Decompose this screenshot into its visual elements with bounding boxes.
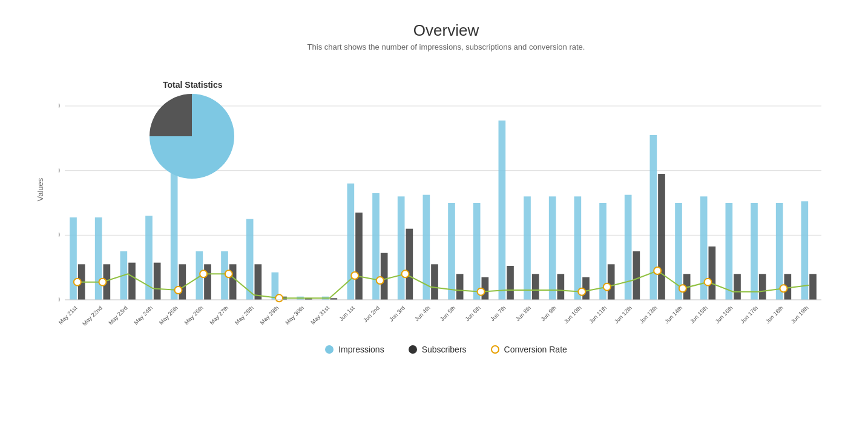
svg-point-105: [376, 277, 384, 284]
svg-point-104: [351, 272, 358, 279]
svg-point-98: [74, 279, 81, 286]
svg-text:Jun 12th: Jun 12th: [613, 305, 633, 325]
svg-rect-18: [154, 263, 161, 300]
svg-rect-87: [734, 274, 741, 300]
svg-text:Jun 1st: Jun 1st: [338, 304, 356, 322]
svg-rect-62: [524, 196, 531, 300]
chart-area: Values 0200400600May 21stMay 22ndMay 23r…: [59, 58, 833, 336]
svg-text:May 22nd: May 22nd: [81, 305, 104, 327]
svg-rect-29: [246, 219, 254, 300]
svg-point-102: [225, 270, 232, 277]
legend: Impressions Subscribers Conversion Rate: [59, 345, 833, 354]
svg-point-113: [780, 285, 787, 292]
svg-text:Jun 2nd: Jun 2nd: [362, 305, 381, 324]
svg-text:Jun 13th: Jun 13th: [638, 305, 659, 325]
svg-text:May 27th: May 27th: [208, 305, 229, 326]
svg-text:Jun 14th: Jun 14th: [663, 305, 684, 325]
svg-text:Jun 19th: Jun 19th: [789, 305, 810, 325]
svg-rect-54: [456, 274, 464, 300]
svg-rect-41: [347, 184, 355, 300]
svg-rect-30: [255, 264, 262, 300]
svg-point-109: [603, 283, 611, 291]
svg-text:Total Statistics: Total Statistics: [163, 80, 223, 90]
svg-rect-59: [499, 121, 506, 300]
svg-rect-78: [658, 174, 665, 300]
svg-text:400: 400: [59, 166, 60, 175]
svg-text:Jun 17th: Jun 17th: [739, 305, 760, 325]
svg-rect-89: [751, 203, 758, 300]
svg-point-108: [578, 288, 585, 296]
conversion-icon: [491, 345, 499, 354]
svg-text:May 29th: May 29th: [258, 305, 280, 326]
svg-rect-75: [633, 251, 640, 300]
main-chart-svg: 0200400600May 21stMay 22ndMay 23rdMay 24…: [59, 58, 833, 336]
legend-impressions: Impressions: [325, 345, 384, 354]
svg-text:Jun 10th: Jun 10th: [562, 305, 583, 325]
svg-rect-53: [448, 203, 455, 300]
svg-text:May 28th: May 28th: [234, 305, 255, 326]
svg-point-100: [175, 286, 182, 294]
svg-rect-8: [70, 217, 77, 300]
svg-rect-42: [355, 213, 363, 300]
svg-text:Jun 4th: Jun 4th: [413, 305, 432, 323]
svg-text:May 26th: May 26th: [183, 305, 204, 326]
svg-point-106: [402, 270, 409, 277]
svg-rect-65: [549, 196, 556, 300]
chart-title: Overview: [59, 21, 833, 40]
legend-subscribers: Subscribers: [409, 345, 467, 354]
svg-point-111: [679, 285, 686, 292]
svg-text:May 30th: May 30th: [284, 305, 305, 326]
svg-rect-86: [726, 203, 733, 300]
svg-point-110: [654, 267, 661, 274]
svg-rect-72: [608, 264, 615, 300]
svg-text:Jun 8th: Jun 8th: [514, 305, 532, 323]
svg-text:May 23rd: May 23rd: [107, 305, 129, 326]
chart-subtitle: This chart shows the number of impressio…: [59, 42, 833, 51]
svg-rect-48: [406, 229, 413, 300]
svg-rect-77: [650, 135, 657, 300]
svg-point-99: [99, 279, 107, 286]
svg-text:Jun 11th: Jun 11th: [588, 305, 608, 325]
svg-rect-24: [204, 264, 211, 300]
svg-text:Jun 5th: Jun 5th: [438, 305, 456, 323]
svg-rect-74: [625, 195, 632, 300]
svg-text:Jun 7th: Jun 7th: [489, 305, 507, 323]
svg-text:Jun 16th: Jun 16th: [714, 305, 734, 325]
svg-text:Jun 3rd: Jun 3rd: [388, 305, 406, 323]
svg-rect-90: [759, 274, 766, 300]
svg-point-107: [478, 288, 485, 296]
svg-point-101: [200, 270, 207, 277]
subscribers-icon: [409, 345, 417, 354]
svg-text:May 24th: May 24th: [133, 305, 154, 326]
svg-text:Jun 6th: Jun 6th: [464, 305, 482, 323]
y-axis-label: Values: [36, 178, 45, 202]
svg-point-112: [705, 279, 712, 286]
svg-text:Jun 9th: Jun 9th: [539, 305, 557, 323]
svg-text:May 21st: May 21st: [59, 304, 78, 325]
svg-rect-45: [381, 253, 388, 300]
svg-rect-11: [95, 217, 102, 300]
svg-rect-21: [179, 264, 186, 300]
legend-conversion: Conversion Rate: [491, 345, 567, 354]
svg-rect-63: [532, 274, 539, 300]
impressions-label: Impressions: [338, 345, 384, 354]
svg-rect-66: [557, 274, 565, 300]
subscribers-label: Subscribers: [422, 345, 467, 354]
svg-text:May 31st: May 31st: [309, 304, 330, 325]
svg-rect-84: [709, 246, 716, 300]
svg-rect-15: [128, 263, 136, 300]
svg-point-103: [275, 294, 283, 302]
svg-rect-60: [507, 266, 514, 300]
svg-text:May 25th: May 25th: [158, 305, 179, 326]
chart-container: Overview This chart shows the number of …: [16, 9, 852, 421]
svg-rect-96: [809, 274, 817, 300]
svg-rect-47: [398, 196, 405, 300]
svg-text:200: 200: [59, 230, 60, 239]
svg-rect-27: [229, 264, 237, 300]
svg-text:Jun 18th: Jun 18th: [764, 305, 784, 325]
svg-rect-68: [574, 196, 582, 300]
svg-rect-56: [473, 203, 481, 300]
conversion-label: Conversion Rate: [504, 345, 567, 354]
impressions-icon: [325, 345, 334, 354]
svg-text:Jun 15th: Jun 15th: [688, 305, 709, 325]
